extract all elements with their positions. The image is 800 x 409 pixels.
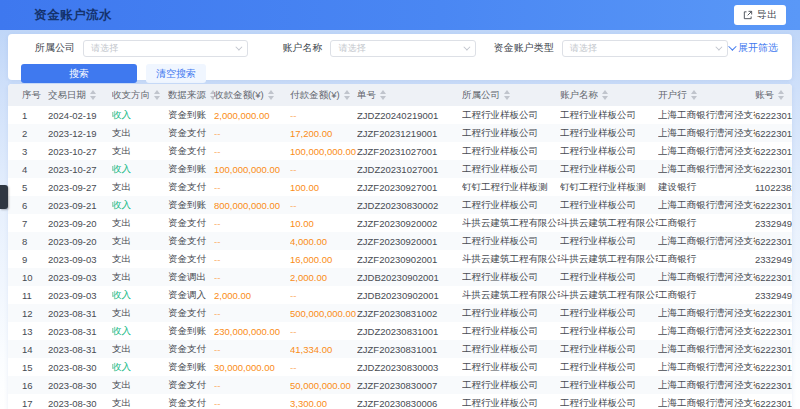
cell-receive: --: [214, 232, 290, 250]
cell-company: 工程行业样板公司: [462, 394, 560, 409]
expand-filter-link[interactable]: 展开筛选: [728, 41, 778, 55]
cell-date: 2023-08-30: [48, 376, 112, 394]
cell-company: 工程行业样板公司: [462, 106, 560, 124]
column-header-2[interactable]: 收支方向: [112, 84, 168, 106]
cell-receive: --: [214, 340, 290, 358]
table-row: 62023-09-21收入资金到账800,000,000.00--ZJDZ202…: [8, 196, 792, 214]
cell-company: 工程行业样板公司: [462, 124, 560, 142]
account-type-filter-select[interactable]: 请选择: [562, 40, 728, 57]
column-header-10[interactable]: 账号: [755, 84, 792, 106]
cell-company: 工程行业样板公司: [462, 196, 560, 214]
account-type-filter-placeholder: 请选择: [570, 42, 597, 55]
cell-order: ZJZF20230902001: [357, 250, 462, 268]
sort-carets-icon[interactable]: [90, 90, 96, 100]
column-header-7[interactable]: 所属公司: [462, 84, 560, 106]
cell-account-name: 工程行业样板公司: [560, 268, 658, 286]
cell-receive: 230,000,000.00: [214, 322, 290, 340]
chevron-down-icon: [715, 43, 722, 50]
chevron-down-icon: [728, 42, 736, 50]
cell-receive: --: [214, 142, 290, 160]
table-row: 92023-09-03支出资金支付--16,000.00ZJZF20230902…: [8, 250, 792, 268]
cell-account-no: 6222301111: [755, 376, 792, 394]
cell-no: 10: [8, 268, 48, 286]
clear-search-button[interactable]: 清空搜索: [146, 64, 206, 83]
sort-carets-icon[interactable]: [154, 90, 160, 100]
cell-order: ZJZF20230831002: [357, 304, 462, 322]
cell-no: 16: [8, 376, 48, 394]
company-filter-select[interactable]: 请选择: [83, 40, 248, 57]
sort-carets-icon[interactable]: [602, 90, 608, 100]
cell-order: ZJDZ20230830002: [357, 196, 462, 214]
cell-direction: 支出: [112, 250, 168, 268]
cell-account-no: 110223821: [755, 178, 792, 196]
cell-order: ZJZF20230927001: [357, 178, 462, 196]
column-header-1[interactable]: 交易日期: [48, 84, 112, 106]
table-row: 22023-12-19支出资金支付--17,200.00ZJZF20231219…: [8, 124, 792, 142]
cell-receive: 30,000,000.00: [214, 358, 290, 376]
expand-filter-label: 展开筛选: [738, 41, 778, 55]
cell-direction: 支出: [112, 394, 168, 409]
column-header-6[interactable]: 单号: [357, 84, 462, 106]
cell-bank: 建设银行: [658, 178, 755, 196]
cell-bank: 上海工商银行漕河泾支行: [658, 394, 755, 409]
sort-carets-icon[interactable]: [504, 90, 510, 100]
cell-pay: --: [290, 196, 357, 214]
sort-carets-icon[interactable]: [344, 90, 350, 100]
cell-account-name: 工程行业样板公司: [560, 196, 658, 214]
account-name-filter-placeholder: 请选择: [338, 42, 365, 55]
cell-account-no: 6222301111: [755, 232, 792, 250]
cell-company: 工程行业样板公司: [462, 358, 560, 376]
cell-direction: 支出: [112, 268, 168, 286]
cell-date: 2023-08-31: [48, 304, 112, 322]
table-row: 122023-08-31支出资金支付--500,000,000.00ZJZF20…: [8, 304, 792, 322]
cell-account-no: 6222301111: [755, 394, 792, 409]
cell-direction: 收入: [112, 358, 168, 376]
column-header-4[interactable]: 收款金额(¥): [214, 84, 290, 106]
cell-account-name: 工程行业样板公司: [560, 304, 658, 322]
cell-receive: --: [214, 376, 290, 394]
cell-bank: 上海工商银行漕河泾支行: [658, 160, 755, 178]
cell-date: 2024-02-19: [48, 106, 112, 124]
search-button[interactable]: 搜索: [21, 64, 137, 83]
cell-pay: 100.00: [290, 178, 357, 196]
column-header-9[interactable]: 开户行: [658, 84, 755, 106]
cell-pay: 10.00: [290, 214, 357, 232]
column-header-label: 收支方向: [112, 89, 150, 102]
cell-direction: 支出: [112, 376, 168, 394]
cell-pay: --: [290, 286, 357, 304]
cell-date: 2023-08-31: [48, 340, 112, 358]
top-bar: 资金账户流水 导出: [0, 0, 800, 30]
column-header-label: 账号: [755, 89, 774, 102]
cell-order: ZJZF20231027001: [357, 142, 462, 160]
cell-no: 8: [8, 232, 48, 250]
column-header-5[interactable]: 付款金额(¥): [290, 84, 357, 106]
cell-account-name: 工程行业样板公司: [560, 322, 658, 340]
account-name-filter-select[interactable]: 请选择: [330, 40, 475, 57]
sort-carets-icon[interactable]: [778, 90, 784, 100]
cell-company: 斗拱云建筑工程有限公司: [462, 250, 560, 268]
table-row: 72023-09-20支出资金支付--10.00ZJZF20230920002斗…: [8, 214, 792, 232]
cell-source: 资金支付: [168, 142, 214, 160]
cell-bank: 上海工商银行漕河泾支行: [658, 358, 755, 376]
column-header-label: 单号: [357, 89, 376, 102]
export-button-label: 导出: [757, 8, 777, 22]
cell-date: 2023-09-27: [48, 178, 112, 196]
column-header-8[interactable]: 账户名称: [560, 84, 658, 106]
cell-bank: 上海工商银行漕河泾支行: [658, 232, 755, 250]
side-drawer-handle[interactable]: [0, 185, 8, 209]
cell-receive: 800,000,000.00: [214, 196, 290, 214]
cell-source: 资金到账: [168, 160, 214, 178]
cell-direction: 支出: [112, 340, 168, 358]
cell-source: 资金支付: [168, 340, 214, 358]
cell-source: 资金到账: [168, 106, 214, 124]
cell-date: 2023-08-31: [48, 322, 112, 340]
cell-receive: --: [214, 394, 290, 409]
sort-carets-icon[interactable]: [268, 90, 274, 100]
sort-carets-icon[interactable]: [691, 90, 697, 100]
cell-receive: --: [214, 304, 290, 322]
column-header-3[interactable]: 数据来源: [168, 84, 214, 106]
sort-carets-icon[interactable]: [380, 90, 386, 100]
export-button[interactable]: 导出: [734, 5, 786, 25]
column-header-label: 交易日期: [48, 89, 86, 102]
table-row: 32023-10-27支出资金支付--100,000,000.00ZJZF202…: [8, 142, 792, 160]
